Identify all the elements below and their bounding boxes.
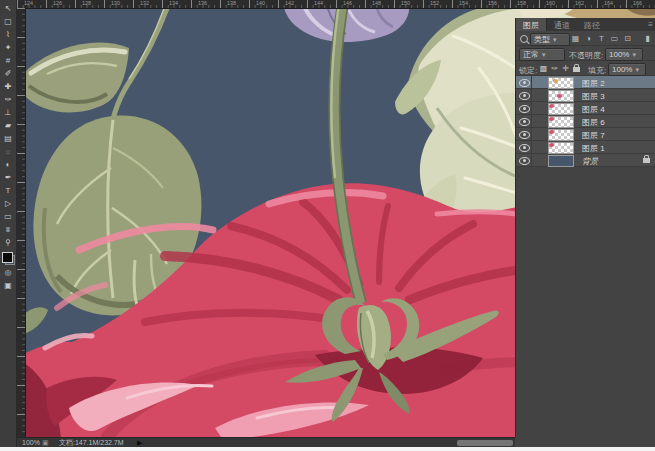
layers-panel: 图层 通道 路径 ≡ 类型▾ ▦ ◑ T ▭ ⊡ ▮ 正常▾ 不透明度: 100… (515, 18, 655, 447)
filter-toggle-icon[interactable]: ▮ (642, 34, 653, 43)
ruler-label: 130 (111, 0, 120, 5)
thumbnail-art (549, 104, 554, 108)
path-selection-tool[interactable]: ▷ (1, 197, 16, 210)
tools-panel: ↖ ▢ ⌇ ✦ # ✐ ✚ ✑ ⊥ ▰ ▤ ◌ ◐ ✒ T ▷ ▭ ʬ ⚲ ◎ … (0, 0, 17, 447)
filter-kind-dropdown[interactable]: 类型▾ (530, 33, 570, 46)
pen-tool[interactable]: ✒ (1, 171, 16, 184)
layer-thumbnail[interactable] (548, 116, 574, 128)
ruler-label: 158 (517, 0, 526, 5)
filter-shape-icon[interactable]: ▭ (609, 34, 620, 43)
eye-icon (519, 157, 530, 165)
lock-all-icon[interactable] (573, 67, 580, 72)
screen-mode-button[interactable]: ▣ (1, 279, 16, 292)
filter-adjustment-icon[interactable]: ◑ (583, 34, 594, 43)
layer-row-3[interactable]: 图层 3 (516, 89, 655, 102)
ruler-label: 136 (198, 0, 207, 5)
lock-pixels-icon[interactable]: ✑ (549, 64, 560, 73)
opacity-field[interactable]: 100%▾ (605, 48, 643, 61)
horizontal-scrollbar-thumb[interactable] (457, 440, 513, 446)
color-swatches[interactable] (1, 251, 16, 266)
layer-row-1[interactable]: 图层 1 (516, 141, 655, 154)
clone-stamp-tool[interactable]: ⊥ (1, 106, 16, 119)
visibility-toggle[interactable] (516, 141, 532, 153)
eyedropper-tool[interactable]: ✐ (1, 67, 16, 80)
layer-thumbnail[interactable] (548, 77, 574, 89)
panel-tab-bar: 图层 通道 路径 ≡ (516, 18, 655, 32)
move-tool[interactable]: ↖ (1, 2, 16, 15)
marquee-tool[interactable]: ▢ (1, 15, 16, 28)
layer-thumbnail[interactable] (548, 103, 574, 115)
eye-icon (519, 131, 530, 139)
visibility-toggle[interactable] (516, 89, 532, 101)
shape-tool[interactable]: ▭ (1, 210, 16, 223)
ruler-label: 134 (169, 0, 178, 5)
blend-opacity-row: 正常▾ 不透明度: 100%▾ (516, 46, 655, 61)
ruler-label: 148 (372, 0, 381, 5)
filter-kind-label: 类型 (534, 35, 550, 44)
eye-icon (519, 118, 530, 126)
layer-row-4[interactable]: 图层 4 (516, 102, 655, 115)
visibility-toggle[interactable] (516, 128, 532, 140)
tab-paths[interactable]: 路径 (577, 18, 607, 31)
blur-tool[interactable]: ◌ (1, 145, 16, 158)
type-tool[interactable]: T (1, 184, 16, 197)
panel-menu-icon[interactable]: ≡ (648, 20, 653, 29)
magic-wand-tool[interactable]: ✦ (1, 41, 16, 54)
filter-pixel-layer-icon[interactable]: ▦ (570, 34, 581, 43)
layer-thumbnail[interactable] (548, 129, 574, 141)
photoshop-window: 1241261281301321341361381401421441461481… (0, 0, 655, 451)
filter-type-icon[interactable]: T (596, 34, 607, 43)
lasso-tool[interactable]: ⌇ (1, 28, 16, 41)
crop-tool[interactable]: # (1, 54, 16, 67)
dodge-tool[interactable]: ◐ (1, 158, 16, 171)
eraser-tool[interactable]: ▰ (1, 119, 16, 132)
opacity-label: 不透明度: (569, 50, 603, 61)
visibility-toggle[interactable] (516, 115, 532, 127)
brush-tool[interactable]: ✑ (1, 93, 16, 106)
visibility-toggle[interactable] (516, 154, 532, 166)
gradient-tool[interactable]: ▤ (1, 132, 16, 145)
layer-row-background[interactable]: 背景 (516, 154, 655, 167)
doc-icon: ▣ (42, 439, 49, 447)
healing-brush-tool[interactable]: ✚ (1, 80, 16, 93)
tab-layers[interactable]: 图层 (516, 18, 547, 31)
quick-mask-button[interactable]: ◎ (1, 266, 16, 279)
lock-position-icon[interactable]: ✛ (560, 64, 571, 73)
blend-mode-dropdown[interactable]: 正常▾ (519, 48, 565, 61)
horizontal-ruler[interactable]: 1241261281301321341361381401421441461481… (17, 0, 655, 9)
eye-icon (519, 92, 530, 100)
fill-value: 100% (612, 65, 632, 74)
ruler-label: 140 (256, 0, 265, 5)
fill-field[interactable]: 100%▾ (608, 63, 646, 76)
layer-row-6[interactable]: 图层 6 (516, 115, 655, 128)
ruler-label: 164 (604, 0, 613, 5)
ruler-label: 132 (140, 0, 149, 5)
hand-tool[interactable]: ʬ (1, 223, 16, 236)
layer-name: 图层 4 (582, 104, 605, 115)
layer-thumbnail[interactable] (548, 155, 574, 167)
lock-transparency-icon[interactable]: ▩ (538, 64, 549, 73)
ruler-label: 152 (430, 0, 439, 5)
layer-row-7[interactable]: 图层 7 (516, 128, 655, 141)
visibility-toggle[interactable] (516, 102, 532, 114)
eye-icon (519, 144, 530, 152)
chevron-down-icon: ▾ (542, 51, 546, 58)
layer-name: 图层 3 (582, 91, 605, 102)
zoom-level-field[interactable]: 100% (22, 439, 40, 447)
foreground-color-swatch[interactable] (2, 252, 13, 263)
status-menu-arrow[interactable]: ▶ (137, 439, 142, 447)
ruler-label: 156 (488, 0, 497, 5)
layer-name: 图层 7 (582, 130, 605, 141)
layer-thumbnail[interactable] (548, 90, 574, 102)
vertical-ruler[interactable] (17, 8, 26, 437)
layer-thumbnail[interactable] (548, 142, 574, 154)
layer-row-2[interactable]: 图层 2 (516, 76, 655, 89)
layer-filter-row: 类型▾ ▦ ◑ T ▭ ⊡ ▮ (516, 31, 655, 46)
layer-name: 图层 1 (582, 143, 605, 154)
search-icon (520, 35, 528, 43)
filter-smart-object-icon[interactable]: ⊡ (622, 34, 633, 43)
zoom-tool[interactable]: ⚲ (1, 236, 16, 249)
visibility-toggle[interactable] (516, 76, 532, 88)
tab-channels[interactable]: 通道 (547, 18, 577, 31)
ruler-label: 154 (459, 0, 468, 5)
